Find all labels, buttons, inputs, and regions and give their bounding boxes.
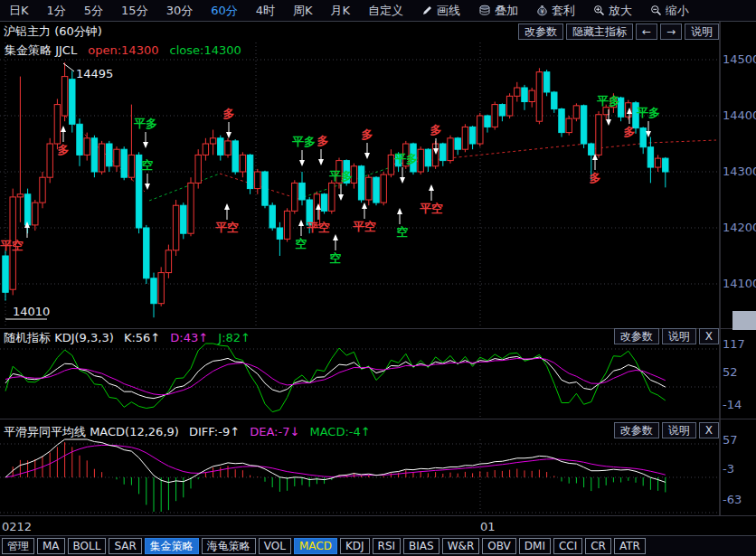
tab-manage[interactable]: 管理 (2, 538, 34, 554)
arbitrage-button[interactable]: ¥套利 (527, 3, 584, 19)
period-1min[interactable]: 1分 (38, 3, 75, 19)
candle-body (255, 172, 260, 189)
scrollbar-thumb[interactable] (732, 311, 756, 330)
tab-obv[interactable]: OBV (482, 538, 516, 554)
macd-panel-buttons: 改参数说明X (614, 422, 719, 438)
candle-body (128, 155, 134, 177)
tab-boll[interactable]: BOLL (68, 538, 107, 554)
kdj-j-line (5, 344, 666, 412)
macd-diff-line (5, 439, 666, 483)
candle-body (455, 138, 460, 149)
close-short-signal: 平空 (420, 201, 443, 217)
candle-body (329, 183, 335, 211)
candle-body (515, 88, 520, 96)
candle-body (47, 144, 52, 177)
tab-cci[interactable]: CCI (553, 538, 582, 554)
candle-body (573, 106, 579, 118)
tab-rsi[interactable]: RSI (373, 538, 402, 554)
close-short-signal: 平空 (353, 219, 376, 235)
open-long-signal: 多 (430, 122, 442, 138)
candle-body (596, 115, 601, 155)
candle-body (33, 203, 38, 225)
help-button[interactable]: 说明 (662, 328, 696, 344)
tab-atr[interactable]: ATR (614, 538, 646, 554)
candle-body (366, 177, 372, 200)
signal-down-arrow-icon (145, 184, 150, 190)
candle-body (506, 96, 512, 116)
period-week-k[interactable]: 周K (284, 3, 322, 19)
candle-body (566, 118, 572, 133)
candle-body (321, 194, 326, 212)
help-button[interactable]: 说明 (685, 24, 719, 40)
tab-ma[interactable]: MA (37, 538, 65, 554)
macd-macd-value: MACD:-4↑ (309, 425, 370, 438)
zoom-out-icon (650, 5, 662, 16)
tab-sar[interactable]: SAR (109, 538, 141, 554)
candle-body (218, 138, 223, 155)
candle-body (269, 205, 275, 228)
zoom-out-button[interactable]: 缩小 (641, 3, 698, 19)
close-long-signal: 平多 (329, 168, 353, 184)
scroll-left-button[interactable]: ← (636, 24, 657, 40)
signal-down-arrow-icon (646, 131, 651, 137)
macd-dea-value: DEA:-7↓ (250, 425, 299, 438)
close-panel-button[interactable]: X (699, 328, 719, 344)
candle-body (232, 141, 238, 172)
candle-body (477, 116, 483, 144)
candle-body (203, 144, 208, 155)
tab-macd[interactable]: MACD (294, 538, 337, 554)
scroll-right-button[interactable]: → (660, 24, 682, 40)
candle-body (373, 177, 379, 203)
tab-vol[interactable]: VOL (259, 538, 291, 554)
period-4hour[interactable]: 4时 (247, 3, 284, 19)
tab-dmi[interactable]: DMI (519, 538, 551, 554)
tab-turtle-strategy[interactable]: 海龟策略 (202, 538, 256, 554)
overlay-button[interactable]: 叠加 (469, 3, 527, 19)
open-long-signal: 多 (223, 106, 235, 122)
candle-body (262, 172, 268, 205)
hide-main-indicator-button[interactable]: 隐藏主指标 (566, 24, 633, 40)
period-30min[interactable]: 30分 (157, 3, 203, 19)
edit-params-button[interactable]: 改参数 (518, 24, 563, 40)
edit-params-button[interactable]: 改参数 (614, 328, 659, 344)
candle-body (655, 158, 660, 167)
period-month-k[interactable]: 月K (322, 3, 360, 19)
candle-body (492, 105, 497, 127)
close-panel-button[interactable]: X (699, 422, 719, 438)
draw-line-button[interactable]: 画线 (412, 3, 469, 19)
period-15min[interactable]: 15分 (112, 3, 157, 19)
close-long-signal: 平多 (134, 116, 157, 132)
tab-jijin-strategy[interactable]: 集金策略 (145, 538, 199, 554)
instrument-title: 沪铝主力 (60分钟) (0, 24, 102, 38)
candle-body (536, 72, 542, 122)
candle-body (61, 77, 67, 116)
help-button[interactable]: 说明 (662, 422, 696, 438)
kdj-d-value: D:43↑ (170, 331, 208, 344)
tab-bias[interactable]: BIAS (403, 538, 439, 554)
candle-body (358, 166, 364, 200)
candle-body (188, 183, 194, 233)
period-day-k[interactable]: 日K (0, 3, 38, 19)
edit-params-button[interactable]: 改参数 (614, 422, 659, 438)
price-axis-label: 14100 (723, 277, 756, 290)
period-custom[interactable]: 自定义 (359, 3, 412, 19)
signal-up-arrow-icon (429, 184, 434, 191)
moneybag-icon: ¥ (536, 5, 548, 16)
zoom-in-button[interactable]: 放大 (584, 3, 641, 19)
candle-body (485, 116, 490, 127)
tab-cr[interactable]: CR (585, 538, 611, 554)
period-60min[interactable]: 60分 (202, 3, 247, 19)
tab-wr[interactable]: W&R (442, 538, 480, 554)
pencil-icon (421, 5, 433, 16)
candle-body (225, 141, 231, 155)
low-price-label: 14010 (13, 305, 50, 318)
candle-body (195, 155, 201, 183)
close-short-signal: 平空 (0, 238, 24, 254)
macd-axis-label: -63 (723, 493, 742, 506)
candle-body (440, 144, 446, 161)
open-short-signal: 空 (296, 236, 307, 252)
candle-body (24, 194, 30, 225)
tab-kdj[interactable]: KDJ (340, 538, 370, 554)
period-5min[interactable]: 5分 (75, 3, 112, 19)
macd-diff-value: DIFF:-9↑ (189, 425, 240, 438)
